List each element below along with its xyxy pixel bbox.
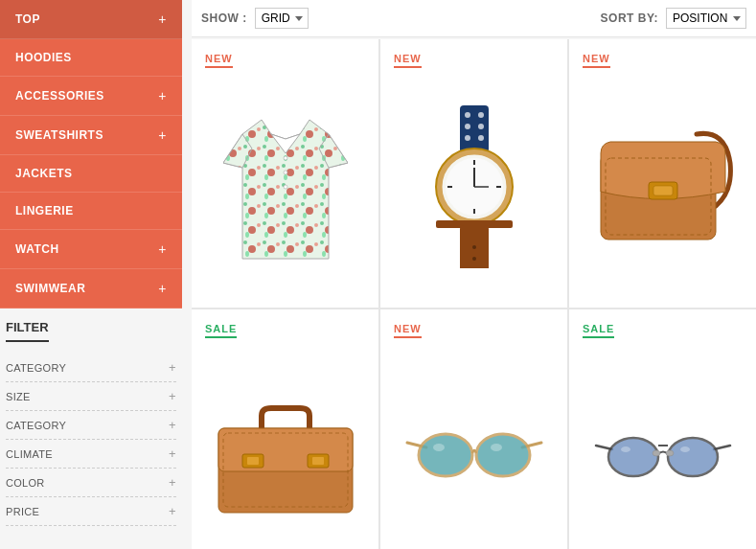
toolbar-left: SHOW : GRID LIST: [201, 8, 309, 29]
plus-icon: +: [158, 281, 167, 296]
nav-item-sweatshirts[interactable]: SWEATSHIRTS+: [0, 116, 182, 155]
svg-point-47: [433, 444, 445, 451]
svg-point-16: [478, 124, 484, 129]
nav-item-accessories[interactable]: ACCESSORIES+: [0, 77, 182, 116]
filter-row-label: CATEGORY: [6, 362, 66, 374]
plus-icon: +: [158, 88, 167, 103]
filter-row-category[interactable]: CATEGORY+: [6, 411, 176, 440]
svg-point-55: [666, 450, 674, 456]
svg-point-9: [284, 156, 287, 160]
toolbar: SHOW : GRID LIST SORT BY: POSITION Name …: [192, 0, 756, 37]
svg-rect-41: [312, 457, 324, 465]
plus-icon: +: [169, 475, 176, 490]
nav-item-watch[interactable]: WATCH+: [0, 230, 182, 269]
filter-rows: CATEGORY+SIZE+CATEGORY+CLIMATE+COLOR+PRI…: [6, 354, 176, 526]
product-image-area: [394, 350, 554, 549]
product-card[interactable]: SALE: [192, 309, 378, 549]
plus-icon: +: [169, 418, 176, 432]
product-badge: SALE: [583, 323, 614, 338]
product-image-area: [205, 350, 365, 549]
svg-point-57: [680, 446, 690, 452]
toolbar-right: SORT BY: POSITION Name Price: [601, 8, 746, 29]
sort-select[interactable]: POSITION Name Price: [666, 8, 746, 29]
svg-point-13: [465, 112, 470, 118]
nav-item-lingerie[interactable]: LINGERIE: [0, 193, 182, 230]
svg-point-45: [419, 434, 472, 476]
nav-item-label: SWEATSHIRTS: [15, 128, 103, 142]
svg-rect-37: [218, 428, 353, 471]
filter-row-label: SIZE: [6, 391, 31, 402]
filter-row-label: CLIMATE: [6, 448, 53, 460]
svg-rect-34: [653, 186, 673, 195]
products-grid: NEW: [192, 39, 756, 549]
svg-point-46: [476, 434, 530, 476]
product-badge: NEW: [394, 53, 422, 68]
filter-row-size[interactable]: SIZE+: [6, 382, 176, 411]
plus-icon: +: [158, 11, 167, 27]
nav-item-label: ACCESSORIES: [15, 89, 104, 103]
svg-point-48: [491, 444, 502, 451]
product-card[interactable]: NEW: [192, 39, 378, 308]
filter-row-price[interactable]: PRICE+: [6, 497, 176, 526]
show-label: SHOW :: [201, 11, 247, 25]
svg-rect-39: [247, 457, 259, 465]
product-card[interactable]: NEW: [380, 39, 567, 308]
nav-item-swimwear[interactable]: SWIMWEAR+: [0, 269, 182, 309]
nav-menu: TOP+HOODIESACCESSORIES+SWEATSHIRTS+JACKE…: [0, 0, 182, 309]
filter-row-color[interactable]: COLOR+: [6, 469, 176, 497]
plus-icon: +: [169, 389, 176, 403]
plus-icon: +: [169, 504, 176, 518]
product-badge: NEW: [583, 53, 610, 68]
filter-title: FILTER: [6, 320, 49, 342]
filter-row-label: CATEGORY: [6, 420, 66, 431]
product-badge: SALE: [205, 323, 237, 338]
svg-point-31: [472, 257, 476, 261]
nav-item-label: LINGERIE: [15, 204, 74, 217]
plus-icon: +: [158, 241, 167, 257]
filter-section: FILTER CATEGORY+SIZE+CATEGORY+CLIMATE+CO…: [0, 309, 182, 538]
sort-label: SORT BY:: [601, 11, 658, 25]
svg-point-18: [478, 135, 484, 141]
product-image-area: [583, 80, 743, 294]
nav-item-label: TOP: [15, 12, 40, 26]
product-card[interactable]: NEW: [380, 309, 567, 549]
show-select[interactable]: GRID LIST: [255, 8, 309, 29]
nav-item-label: HOODIES: [15, 51, 72, 64]
filter-row-climate[interactable]: CLIMATE+: [6, 440, 176, 469]
filter-row-label: COLOR: [6, 477, 45, 489]
filter-row-category[interactable]: CATEGORY+: [6, 354, 176, 382]
sidebar: TOP+HOODIESACCESSORIES+SWEATSHIRTS+JACKE…: [0, 0, 182, 549]
svg-point-54: [653, 450, 660, 456]
plus-icon: +: [169, 446, 176, 461]
product-image-area: [583, 350, 743, 549]
svg-point-51: [608, 438, 658, 476]
svg-point-56: [621, 446, 630, 452]
svg-point-15: [465, 124, 470, 129]
nav-item-label: JACKETS: [15, 167, 73, 180]
nav-item-jackets[interactable]: JACKETS: [0, 155, 182, 193]
product-card[interactable]: SALE: [569, 309, 756, 549]
svg-rect-12: [460, 105, 489, 153]
svg-point-30: [472, 245, 476, 249]
filter-row-label: PRICE: [6, 506, 39, 517]
nav-item-label: WATCH: [15, 242, 59, 256]
svg-point-10: [284, 171, 287, 174]
svg-point-17: [465, 135, 470, 141]
nav-item-top[interactable]: TOP+: [0, 0, 182, 39]
svg-point-11: [284, 185, 287, 189]
product-image-area: [205, 80, 365, 294]
product-card[interactable]: NEW: [569, 39, 756, 308]
main-content: SHOW : GRID LIST SORT BY: POSITION Name …: [182, 0, 756, 549]
product-badge: NEW: [205, 53, 233, 68]
nav-item-hoodies[interactable]: HOODIES: [0, 39, 182, 77]
nav-item-label: SWIMWEAR: [15, 282, 85, 295]
svg-point-52: [668, 438, 718, 476]
plus-icon: +: [169, 360, 176, 375]
svg-point-14: [478, 112, 484, 118]
plus-icon: +: [158, 127, 167, 143]
product-image-area: [394, 80, 554, 294]
product-badge: NEW: [394, 323, 422, 338]
